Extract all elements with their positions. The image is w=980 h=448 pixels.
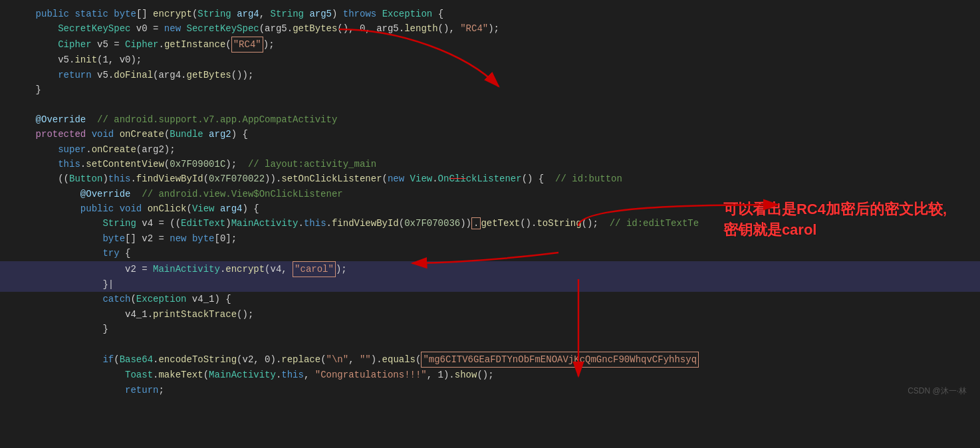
gettext-highlight: .	[471, 217, 481, 229]
code-line-26: return;	[0, 383, 980, 397]
code-line-11: this.setContentView(0x7F09001C); // layo…	[0, 157, 980, 171]
encoded-highlight: "mg6CITV6GEaFDTYnObFmENOAVjKcQmGncF90Whq…	[421, 352, 699, 368]
code-line-4: v5.init(1, v0);	[0, 53, 980, 67]
code-line-5: return v5.doFinal(arg4.getBytes());	[0, 68, 980, 82]
code-container: public static byte[] encrypt(String arg4…	[0, 0, 980, 404]
code-line-1: public static byte[] encrypt(String arg4…	[0, 7, 980, 21]
code-line-3: Cipher v5 = Cipher.getInstance("RC4");	[0, 37, 980, 53]
rc4-highlight-cipher: "RC4"	[231, 37, 263, 53]
code-line-21: v4_1.printStackTrace();	[0, 307, 980, 322]
code-line-19: }|	[0, 277, 980, 292]
chinese-annotation: 可以看出是RC4加密后的密文比较, 密钥就是carol	[723, 199, 947, 241]
code-line-10: super.onCreate(arg2);	[0, 142, 980, 157]
code-line-9: protected void onCreate(Bundle arg2) {	[0, 127, 980, 142]
csdn-watermark: CSDN @沐一·林	[908, 385, 967, 397]
code-line-12: ((Button)this.findViewById(0x7F070022)).…	[0, 171, 980, 186]
code-line-22: }	[0, 322, 980, 336]
code-line-8: @Override // android.support.v7.app.AppC…	[0, 112, 980, 127]
code-line-17: try {	[0, 246, 980, 261]
code-line-2: SecretKeySpec v0 = new SecretKeySpec(arg…	[0, 21, 980, 36]
code-line-24: if(Base64.encodeToString(v2, 0).replace(…	[0, 352, 980, 368]
code-line-23	[0, 337, 980, 352]
carol-highlight: "carol"	[293, 261, 336, 277]
code-line-25: Toast.makeText(MainActivity.this, "Congr…	[0, 368, 980, 382]
code-line-6: }	[0, 82, 980, 97]
code-line-18: v2 = MainActivity.encrypt(v4, "carol");	[0, 261, 980, 277]
code-line-20: catch(Exception v4_1) {	[0, 292, 980, 306]
code-line-7	[0, 97, 980, 112]
